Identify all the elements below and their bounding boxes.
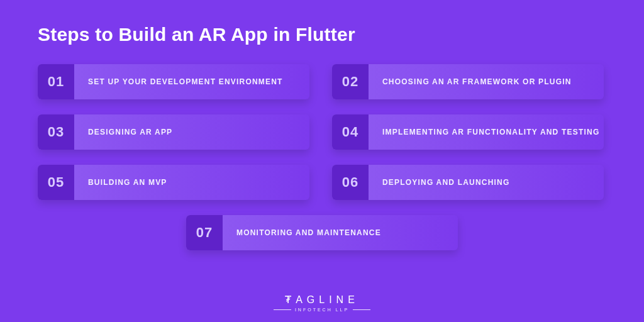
- steps-grid: 01 SET UP YOUR DEVELOPMENT ENVIRONMENT 0…: [38, 64, 606, 250]
- footer-logo: ₮AGLINE INFOTECH LLP: [0, 294, 644, 312]
- divider-line: [353, 309, 370, 310]
- steps-row: 03 DESIGNING AR APP 04 IMPLEMENTING AR F…: [38, 114, 606, 150]
- steps-row: 05 BUILDING AN MVP 06 DEPLOYING AND LAUN…: [38, 165, 606, 200]
- step-label: SET UP YOUR DEVELOPMENT ENVIRONMENT: [74, 77, 283, 86]
- steps-row: 07 MONITORING AND MAINTENANCE: [38, 215, 606, 250]
- brand-subline: INFOTECH LLP: [274, 308, 370, 312]
- step-label: CHOOSING AN AR FRAMEWORK OR PLUGIN: [369, 77, 572, 86]
- divider-line: [274, 309, 291, 310]
- step-number: 01: [38, 64, 74, 99]
- steps-row: 01 SET UP YOUR DEVELOPMENT ENVIRONMENT 0…: [38, 64, 606, 99]
- brand-name: ₮AGLINE: [285, 294, 359, 306]
- step-number: 05: [38, 165, 74, 200]
- step-label: BUILDING AN MVP: [74, 178, 167, 187]
- step-number: 02: [332, 64, 369, 99]
- step-number: 04: [332, 114, 369, 150]
- step-number: 07: [186, 215, 223, 250]
- brand-sub: INFOTECH LLP: [295, 308, 349, 312]
- step-item-04: 04 IMPLEMENTING AR FUNCTIONALITY AND TES…: [332, 114, 604, 150]
- step-item-06: 06 DEPLOYING AND LAUNCHING: [332, 165, 604, 200]
- step-item-05: 05 BUILDING AN MVP: [38, 165, 309, 200]
- step-item-02: 02 CHOOSING AN AR FRAMEWORK OR PLUGIN: [332, 64, 604, 99]
- step-item-01: 01 SET UP YOUR DEVELOPMENT ENVIRONMENT: [38, 64, 309, 99]
- step-label: DEPLOYING AND LAUNCHING: [369, 178, 510, 187]
- step-item-03: 03 DESIGNING AR APP: [38, 114, 309, 150]
- step-label: IMPLEMENTING AR FUNCTIONALITY AND TESTIN…: [369, 128, 599, 136]
- step-number: 06: [332, 165, 369, 200]
- step-label: MONITORING AND MAINTENANCE: [223, 228, 381, 237]
- step-item-07: 07 MONITORING AND MAINTENANCE: [186, 215, 458, 250]
- step-label: DESIGNING AR APP: [74, 128, 172, 136]
- page-title: Steps to Build an AR App in Flutter: [38, 24, 606, 45]
- step-number: 03: [38, 114, 74, 150]
